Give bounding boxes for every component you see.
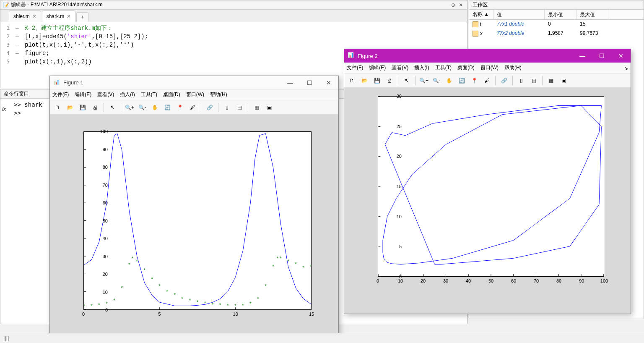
zoom-in-icon[interactable]: 🔍+ [419,76,429,86]
datacursor-icon[interactable]: 📍 [469,76,479,86]
zoom-out-icon[interactable]: 🔍- [137,102,147,113]
var-icon [473,31,478,37]
menu-edit[interactable]: 编辑(E) [369,64,386,71]
colorbar-icon[interactable]: ▯ [516,76,526,86]
figure-2-titlebar[interactable]: 📊 Figure 2 — ☐ ✕ [344,49,631,63]
svg-text:*: * [143,267,145,273]
svg-text:*: * [295,261,297,267]
save-icon[interactable]: 💾 [78,102,88,113]
header-max[interactable]: 最大值 [576,10,608,19]
table-row[interactable]: x 77x2 double 1.9587 99.7673 [469,29,644,38]
legend-icon[interactable]: ▤ [529,76,539,86]
fx-icon[interactable]: fx [0,99,11,324]
minimize-btn[interactable]: — [280,76,300,89]
open-icon[interactable]: 📂 [359,76,369,86]
menu-help[interactable]: 帮助(H) [210,91,227,98]
menu-edit[interactable]: 编辑(E) [75,91,91,98]
figure-2-canvas[interactable]: 0510152025300102030405060708090100 [344,88,631,314]
show-icon[interactable]: ▣ [558,76,569,86]
matlab-icon: 📊 [53,79,61,86]
minimize-btn[interactable]: — [573,49,592,63]
rotate-icon[interactable]: 🔄 [162,102,172,113]
figure-1-toolbar: 🗋 📂 💾 🖨 ↖ 🔍+ 🔍- ✋ 🔄 📍 🖌 🔗 ▯ ▤ ▦ ▣ [50,100,338,115]
svg-text:*: * [196,299,198,305]
print-icon[interactable]: 🖨 [90,102,100,113]
link-icon[interactable]: 🔗 [499,76,509,86]
hide-icon[interactable]: ▦ [252,102,262,113]
svg-text:*: * [181,296,183,302]
svg-text:*: * [158,283,161,289]
show-icon[interactable]: ▣ [264,102,274,113]
close-btn[interactable]: ✕ [319,76,338,89]
tab-add[interactable]: + [76,12,88,22]
menu-tools[interactable]: 工具(T) [435,64,452,71]
tab-shier[interactable]: shier.m ✕ [9,10,41,22]
figure-1-window[interactable]: 📊 Figure 1 — ☐ ✕ 文件(F) 编辑(E) 查看(V) 插入(I)… [49,76,339,336]
zoom-out-icon[interactable]: 🔍- [431,76,441,86]
datacursor-icon[interactable]: 📍 [175,102,185,113]
brush-icon[interactable]: 🖌 [482,76,492,86]
pointer-icon[interactable]: ↖ [402,76,412,86]
menu-window[interactable]: 窗口(W) [186,91,204,98]
svg-text:*: * [272,263,274,270]
figure-1-menubar: 文件(F) 编辑(E) 查看(V) 插入(I) 工具(T) 桌面(D) 窗口(W… [50,89,338,100]
menu-desktop[interactable]: 桌面(D) [163,91,180,98]
close-btn[interactable]: ✕ [611,49,631,63]
menu-tools[interactable]: 工具(T) [141,91,157,98]
colorbar-icon[interactable]: ▯ [222,102,232,113]
new-icon[interactable]: 🗋 [347,76,357,86]
table-row[interactable]: t 77x1 double 0 15 [469,20,644,29]
editor-dock-btn[interactable]: ⊙ [449,1,457,9]
menu-file[interactable]: 文件(F) [52,91,69,98]
new-icon[interactable]: 🗋 [52,102,62,113]
close-icon[interactable]: ✕ [32,13,36,19]
maximize-btn[interactable]: ☐ [592,49,611,63]
open-icon[interactable]: 📂 [65,102,75,113]
pan-icon[interactable]: ✋ [150,102,160,113]
close-icon[interactable]: ✕ [67,13,71,19]
figure-1-axes[interactable]: ********************************* [83,131,312,310]
svg-text:*: * [257,296,259,302]
link-icon[interactable]: 🔗 [205,102,215,113]
brush-icon[interactable]: 🖌 [187,102,197,113]
header-min[interactable]: 最小值 [545,10,576,19]
legend-icon[interactable]: ▤ [234,102,244,113]
editor-close-btn[interactable]: ✕ [457,1,465,9]
menu-desktop[interactable]: 桌面(D) [457,64,475,71]
save-icon[interactable]: 💾 [372,76,382,86]
workspace-header[interactable]: 名称 ▲ 值 最小值 最大值 [469,10,644,20]
menu-view[interactable]: 查看(V) [97,91,114,98]
menu-insert[interactable]: 插入(I) [414,64,429,71]
figure-2-axes[interactable] [378,96,604,277]
workspace-title: 工作区 [469,0,644,10]
tab-shark[interactable]: shark.m ✕ [42,10,76,22]
svg-text:*: * [131,255,133,262]
figure-2-menubar: 文件(F) 编辑(E) 查看(V) 插入(I) 工具(T) 桌面(D) 窗口(W… [344,63,631,73]
figure-2-window[interactable]: 📊 Figure 2 — ☐ ✕ 文件(F) 编辑(E) 查看(V) 插入(I)… [344,49,631,314]
pointer-icon[interactable]: ↖ [107,102,117,113]
svg-text:*: * [242,302,244,309]
menu-window[interactable]: 窗口(W) [480,64,499,71]
svg-text:*: * [84,303,85,309]
menu-help[interactable]: 帮助(H) [504,64,522,71]
svg-text:*: * [277,255,279,262]
pan-icon[interactable]: ✋ [444,76,454,86]
header-name[interactable]: 名称 ▲ [469,10,493,19]
menu-file[interactable]: 文件(F) [347,64,363,71]
menu-insert[interactable]: 插入(I) [120,91,135,98]
maximize-btn[interactable]: ☐ [300,76,319,89]
header-value[interactable]: 值 [493,10,545,19]
figure-2-toolbar: 🗋 📂 💾 🖨 ↖ 🔍+ 🔍- ✋ 🔄 📍 🖌 🔗 ▯ ▤ ▦ ▣ [344,73,631,88]
figure-1-titlebar[interactable]: 📊 Figure 1 — ☐ ✕ [50,76,338,89]
menu-more-icon[interactable]: ↘ [624,65,628,71]
print-icon[interactable]: 🖨 [384,76,395,86]
svg-text:*: * [113,297,115,304]
rotate-icon[interactable]: 🔄 [457,76,467,86]
zoom-in-icon[interactable]: 🔍+ [125,102,135,113]
hide-icon[interactable]: ▦ [546,76,556,86]
menu-view[interactable]: 查看(V) [392,64,408,71]
tab-label: shier.m [13,13,30,19]
svg-text:*: * [121,285,123,291]
figure-1-canvas[interactable]: ********************************* 010203… [50,115,338,335]
svg-text:*: * [136,258,138,264]
